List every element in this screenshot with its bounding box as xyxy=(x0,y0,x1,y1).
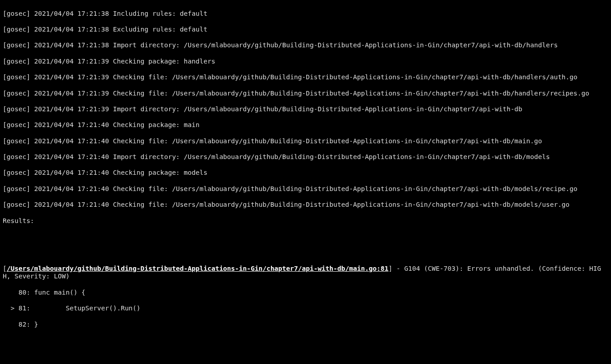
log-line: [gosec] 2021/04/04 17:21:40 Import direc… xyxy=(3,153,608,161)
issue-bracket: [ xyxy=(3,265,7,272)
results-label: Results: xyxy=(3,217,608,225)
log-line: [gosec] 2021/04/04 17:21:39 Import direc… xyxy=(3,105,608,114)
log-line: [gosec] 2021/04/04 17:21:39 Checking fil… xyxy=(3,90,608,98)
issue-code-line: > 81: SetupServer().Run() xyxy=(3,305,608,313)
issue-path: /Users/mlabouardy/github/Building-Distri… xyxy=(7,265,389,272)
log-line: [gosec] 2021/04/04 17:21:39 Checking fil… xyxy=(3,73,608,82)
log-line: [gosec] 2021/04/04 17:21:40 Checking fil… xyxy=(3,201,608,209)
log-line: [gosec] 2021/04/04 17:21:40 Checking fil… xyxy=(3,137,608,146)
issue-code-line: 80: func main() { xyxy=(3,289,608,297)
log-line: [gosec] 2021/04/04 17:21:38 Excluding ru… xyxy=(3,26,608,34)
issue-code-line: 82: } xyxy=(3,321,608,329)
log-line: [gosec] 2021/04/04 17:21:39 Checking pac… xyxy=(3,58,608,66)
terminal-output: [gosec] 2021/04/04 17:21:38 Including ru… xyxy=(0,0,611,364)
log-line: [gosec] 2021/04/04 17:21:40 Checking pac… xyxy=(3,169,608,177)
log-line: [gosec] 2021/04/04 17:21:40 Checking fil… xyxy=(3,185,608,193)
log-line: [gosec] 2021/04/04 17:21:38 Import direc… xyxy=(3,41,608,50)
log-line: [gosec] 2021/04/04 17:21:40 Checking pac… xyxy=(3,121,608,129)
log-line: [gosec] 2021/04/04 17:21:38 Including ru… xyxy=(3,10,608,18)
issue-block: [/Users/mlabouardy/github/Building-Distr… xyxy=(3,265,608,281)
